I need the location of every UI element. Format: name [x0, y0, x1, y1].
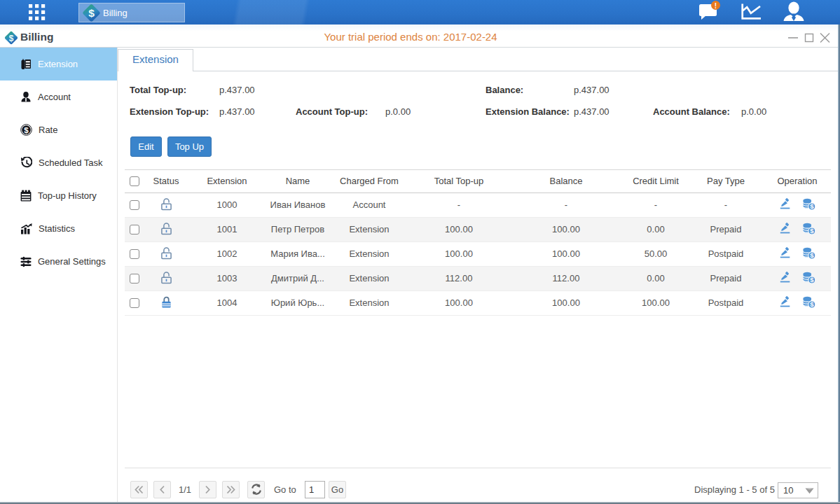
svg-text:$: $	[810, 300, 814, 308]
svg-text:$: $	[810, 202, 814, 210]
svg-text:$: $	[810, 251, 814, 259]
svg-text:!: !	[715, 2, 717, 10]
svg-text:$: $	[24, 126, 29, 134]
svg-text:$: $	[810, 227, 814, 234]
svg-text:$: $	[88, 7, 95, 19]
svg-text:$: $	[810, 276, 814, 284]
